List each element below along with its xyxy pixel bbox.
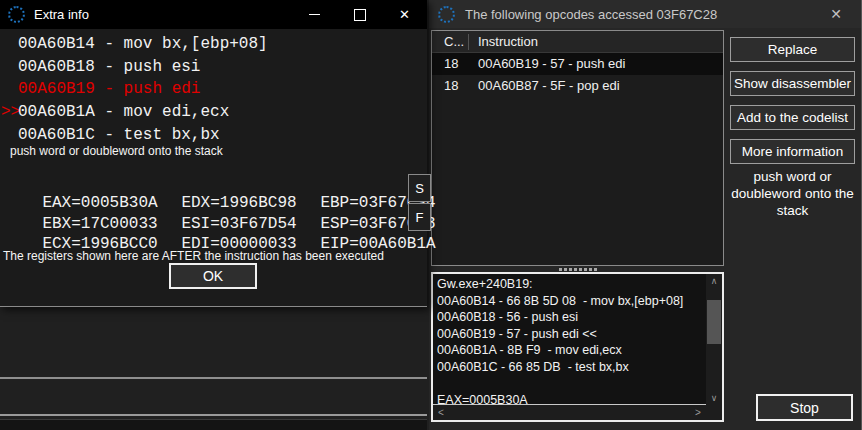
opcode-row[interactable]: 18 00A60B87 - 5F - pop edi (432, 75, 723, 97)
opcodes-window-titlebar[interactable]: The following opcodes accessed 03F67C28 … (429, 0, 861, 28)
float-view-button[interactable]: F (408, 203, 431, 231)
disassembly-line: 00A60B14 - 66 8B 5D 08 - mov bx,[ebp+08] (437, 293, 704, 310)
disassembly-line: 00A60B18 - 56 - push esi (437, 309, 704, 326)
scroll-up-icon[interactable]: ∧ (706, 274, 722, 288)
opcode-list-header: C... Instruction (432, 31, 723, 53)
stack-view-button[interactable]: S (408, 174, 431, 202)
close-icon: ✕ (399, 8, 410, 21)
column-header-count[interactable]: C... (444, 31, 464, 53)
horizontal-scrollbar[interactable]: < > (433, 404, 706, 420)
instruction-line: 00A60B14 - mov bx,[ebp+08] (18, 33, 268, 55)
disassembly-line: 00A60B19 - 57 - push edi << (437, 326, 704, 343)
opcode-description: push word or doubleword onto the stack (725, 168, 860, 219)
opcode-list[interactable]: C... Instruction 18 00A60B19 - 57 - push… (431, 30, 724, 266)
opcodes-window: The following opcodes accessed 03F67C28 … (429, 0, 862, 430)
instruction-hint: push word or doubleword onto the stack (10, 144, 223, 158)
stop-button[interactable]: Stop (756, 394, 853, 421)
opcode-row[interactable]: 18 00A60B19 - 57 - push edi (432, 53, 723, 75)
minimize-icon (309, 14, 320, 15)
maximize-icon (354, 9, 366, 21)
register-row: EBX=17C00033ESI=03F67D54ESP=03F67C28 (4, 194, 436, 214)
background-window-strip (0, 419, 427, 430)
scroll-right-icon[interactable]: > (690, 405, 706, 419)
ok-button[interactable]: OK (169, 263, 257, 289)
register-row: ECX=1996BCC0EDI=00000033EIP=00A60B1A (4, 214, 436, 234)
disassembly-panel[interactable]: Gw.exe+240B19: 00A60B14 - 66 8B 5D 08 - … (431, 272, 724, 422)
maximize-button[interactable] (337, 0, 382, 29)
cheat-engine-icon (8, 6, 25, 23)
close-button[interactable]: ✕ (382, 0, 427, 29)
show-disassembler-button[interactable]: Show disassembler (730, 71, 855, 96)
disassembly-line (437, 375, 704, 392)
disassembly-line: Gw.exe+240B19: (437, 276, 704, 293)
minimize-button[interactable] (292, 0, 337, 29)
extra-info-titlebar[interactable]: Extra info ✕ (0, 0, 427, 29)
column-divider[interactable] (468, 34, 469, 50)
add-to-codelist-button[interactable]: Add to the codelist (730, 105, 855, 130)
column-header-instruction[interactable]: Instruction (478, 31, 538, 53)
opcode-instruction: 00A60B87 - 5F - pop edi (478, 75, 620, 97)
extra-info-title: Extra info (34, 7, 89, 22)
scroll-down-icon[interactable]: ∨ (706, 391, 722, 405)
disassembly-line: EAX=0005B30A (437, 392, 704, 405)
opcode-instruction: 00A60B19 - 57 - push edi (478, 53, 625, 75)
opcodes-window-title: The following opcodes accessed 03F67C28 (465, 7, 717, 22)
scroll-left-icon[interactable]: < (433, 405, 449, 419)
instruction-line: 00A60B1C - test bx,bx (18, 124, 220, 146)
instruction-line: 00A60B18 - push esi (18, 56, 200, 78)
cheat-engine-icon (438, 6, 455, 23)
disassembly-line: 00A60B1C - 66 85 DB - test bx,bx (437, 359, 704, 376)
opcode-count: 18 (444, 75, 458, 97)
registers-note: The registers shown here are AFTER the i… (3, 249, 384, 263)
background-window-edge (0, 377, 427, 379)
disassembly-line: 00A60B1A - 8B F9 - mov edi,ecx (437, 342, 704, 359)
instruction-line: 00A60B1A - mov edi,ecx (18, 101, 229, 123)
replace-button[interactable]: Replace (730, 37, 855, 62)
more-information-button[interactable]: More information (730, 139, 855, 164)
vertical-scrollbar[interactable]: ∧ ∨ (706, 274, 722, 420)
vertical-scrollbar-thumb[interactable] (707, 300, 721, 344)
close-icon[interactable]: ✕ (817, 0, 855, 28)
disassembly-text: Gw.exe+240B19: 00A60B14 - 66 8B 5D 08 - … (437, 276, 704, 404)
extra-info-window: Extra info ✕ >> 00A60B14 - mov bx,[ebp+0… (0, 0, 427, 307)
background-window-edge (0, 414, 427, 416)
opcode-count: 18 (444, 53, 458, 75)
instruction-line-current: 00A60B19 - push edi (18, 78, 200, 100)
register-row: EAX=0005B30AEDX=1996BC98EBP=03F67C34 (4, 173, 436, 193)
